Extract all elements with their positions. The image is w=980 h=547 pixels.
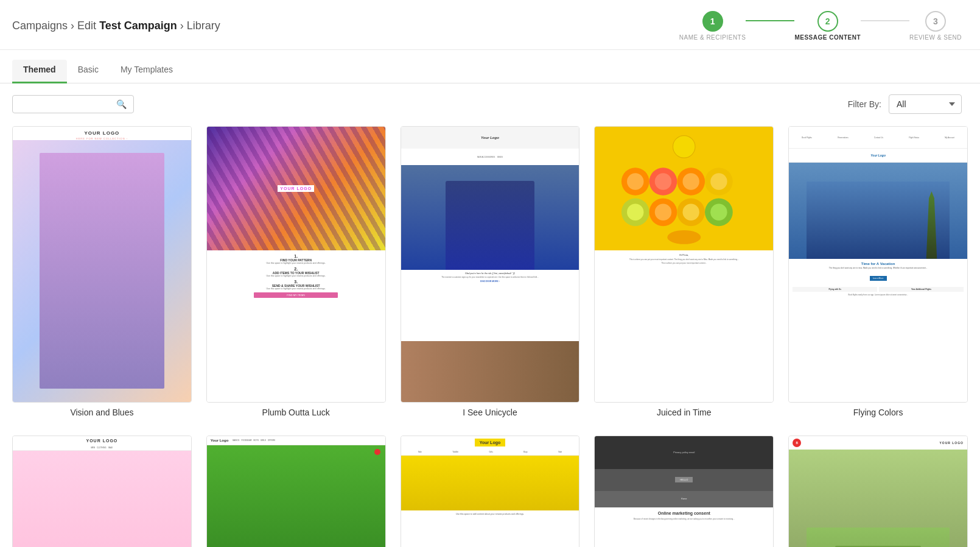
template-online-marketing-consent[interactable]: Privacy policy email HELLO Home Online m… bbox=[594, 436, 774, 547]
step-2: 2 MESSAGE CONTENT bbox=[794, 11, 861, 41]
svg-point-9 bbox=[710, 173, 727, 189]
tab-basic[interactable]: Basic bbox=[67, 60, 110, 83]
tmpl-person bbox=[40, 153, 164, 389]
connector-1-2 bbox=[746, 20, 794, 21]
tmpl-nav: Book Flights Reservations Contact Us Fli… bbox=[789, 127, 967, 149]
template-plant[interactable]: B YOUR LOGO Plant Template bbox=[788, 436, 968, 547]
template-thumb-vision-blues[interactable]: YOUR LOGO HERE FOR NEW COLLECTION › bbox=[12, 126, 192, 403]
svg-point-5 bbox=[655, 173, 671, 189]
step-indicator: 1 NAME & RECIPIENTS 2 MESSAGE CONTENT 3 … bbox=[679, 11, 962, 41]
template-thumb-yellow[interactable]: Your Logo SaleToddlerGirlsBoysSale Use t… bbox=[401, 436, 580, 547]
template-grid-row2: YOUR LOGO MENCLOTHINGSALE HAPPY BIRTHDAY… bbox=[0, 429, 980, 547]
step-3: 3 REVIEW & SEND bbox=[909, 11, 962, 41]
filter-by-label: Filter By: bbox=[848, 99, 881, 109]
filter-by-row: Filter By: All Featured Holiday Promotio… bbox=[848, 94, 962, 114]
template-juiced-in-time[interactable]: Hi Flora, This is where you can put your… bbox=[594, 126, 774, 417]
template-vision-blues[interactable]: YOUR LOGO HERE FOR NEW COLLECTION › Visi… bbox=[12, 126, 192, 417]
step-3-label: REVIEW & SEND bbox=[909, 34, 962, 41]
tmpl-img bbox=[13, 140, 191, 402]
tmpl-logo: YOUR LOGO bbox=[278, 185, 314, 192]
tab-themed[interactable]: Themed bbox=[12, 60, 67, 83]
template-green[interactable]: Your Logo BASICSFOODGEARBOYSGIRLSOFFERS … bbox=[206, 436, 386, 547]
step-1: 1 NAME & RECIPIENTS bbox=[679, 11, 746, 41]
step-1-circle: 1 bbox=[702, 11, 723, 32]
svg-point-11 bbox=[627, 204, 643, 221]
svg-point-7 bbox=[683, 173, 699, 189]
filter-row: 🔍 Filter By: All Featured Holiday Promot… bbox=[0, 83, 980, 120]
template-name-vision-blues: Vision and Blues bbox=[12, 408, 192, 417]
tmpl-text: Hi Flora, This is where you can put your… bbox=[595, 250, 773, 401]
template-name-unicycle: I See Unicycle bbox=[401, 408, 580, 417]
current-page: Library bbox=[187, 19, 220, 32]
connector-2-3 bbox=[861, 20, 909, 21]
tmpl-fruit-bg bbox=[595, 127, 773, 250]
search-box[interactable]: 🔍 bbox=[12, 95, 134, 113]
svg-point-13 bbox=[655, 204, 671, 221]
template-plumb-outta-luck[interactable]: YOUR LOGO 1.FIND YOUR PATTERNUse this sp… bbox=[206, 126, 386, 417]
svg-point-18 bbox=[667, 230, 701, 244]
template-thumb-consent[interactable]: Privacy policy email HELLO Home Online m… bbox=[594, 436, 774, 547]
template-thumb-green[interactable]: Your Logo BASICSFOODGEARBOYSGIRLSOFFERS … bbox=[206, 436, 386, 547]
svg-point-3 bbox=[627, 173, 643, 189]
template-i-see-unicycle[interactable]: Your Logo NEW ACCESSORIESBIKES Glad you'… bbox=[401, 126, 580, 417]
step-3-circle: 3 bbox=[925, 11, 946, 32]
template-thumb-juiced[interactable]: Hi Flora, This is where you can put your… bbox=[594, 126, 774, 403]
campaigns-link[interactable]: Campaigns bbox=[12, 19, 68, 32]
sep2: › bbox=[180, 19, 184, 32]
campaign-name: Test Campaign bbox=[99, 19, 177, 32]
template-thumb-unicycle[interactable]: Your Logo NEW ACCESSORIESBIKES Glad you'… bbox=[401, 126, 580, 403]
template-yellow[interactable]: Your Logo SaleToddlerGirlsBoysSale Use t… bbox=[401, 436, 580, 547]
step-2-label: MESSAGE CONTENT bbox=[794, 34, 861, 41]
search-input[interactable] bbox=[19, 100, 116, 109]
search-icon: 🔍 bbox=[116, 99, 127, 109]
tab-my-templates[interactable]: My Templates bbox=[110, 60, 184, 83]
template-thumb-plumb[interactable]: YOUR LOGO 1.FIND YOUR PATTERNUse this sp… bbox=[206, 126, 386, 403]
tmpl-body: 1.FIND YOUR PATTERNUse this space to hig… bbox=[207, 250, 385, 401]
breadcrumb: Campaigns › Edit Test Campaign › Library bbox=[12, 19, 220, 32]
step-1-label: NAME & RECIPIENTS bbox=[679, 34, 746, 41]
template-thumb-birthday[interactable]: YOUR LOGO MENCLOTHINGSALE HAPPY BIRTHDAY… bbox=[12, 436, 192, 547]
svg-point-15 bbox=[683, 204, 699, 221]
sep1: › bbox=[71, 19, 74, 32]
tmpl-header: YOUR LOGO bbox=[207, 127, 385, 250]
template-thumb-flying[interactable]: Book Flights Reservations Contact Us Fli… bbox=[788, 126, 968, 403]
template-birthday[interactable]: YOUR LOGO MENCLOTHINGSALE HAPPY BIRTHDAY… bbox=[12, 436, 192, 547]
template-name-plumb: Plumb Outta Luck bbox=[206, 408, 386, 417]
edit-label: Edit bbox=[77, 19, 96, 32]
filter-select[interactable]: All Featured Holiday Promotional Newslet… bbox=[889, 94, 962, 114]
svg-point-17 bbox=[710, 204, 727, 221]
tabs-bar: Themed Basic My Templates bbox=[0, 50, 980, 83]
svg-point-1 bbox=[673, 136, 696, 158]
tmpl-logo: YOUR LOGO bbox=[13, 127, 191, 137]
template-name-juiced: Juiced in Time bbox=[594, 408, 774, 417]
template-thumb-plant[interactable]: B YOUR LOGO bbox=[788, 436, 968, 547]
header: Campaigns › Edit Test Campaign › Library… bbox=[0, 0, 980, 50]
template-grid-row1: YOUR LOGO HERE FOR NEW COLLECTION › Visi… bbox=[0, 120, 980, 429]
step-2-circle: 2 bbox=[817, 11, 838, 32]
template-name-flying: Flying Colors bbox=[788, 408, 968, 417]
template-flying-colors[interactable]: Book Flights Reservations Contact Us Fli… bbox=[788, 126, 968, 417]
